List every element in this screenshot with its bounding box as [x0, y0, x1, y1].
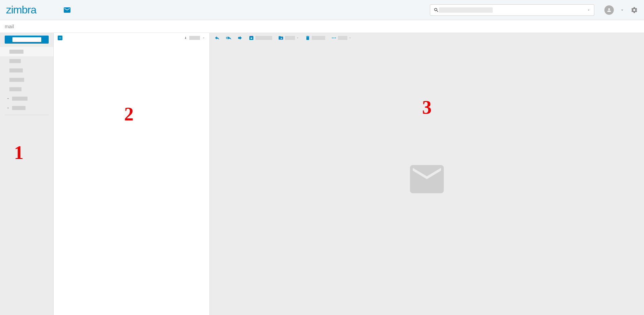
archive-icon: [249, 35, 254, 41]
svg-point-2: [335, 38, 336, 39]
move-label: [285, 36, 295, 40]
annotation-2: 2: [124, 103, 134, 125]
svg-point-0: [332, 38, 333, 39]
more-dots-icon: [331, 35, 337, 41]
user-dropdown-icon[interactable]: [620, 8, 625, 12]
sidebar-divider: [5, 115, 49, 115]
sort-arrow-icon: [184, 36, 187, 40]
folder-item-2[interactable]: [0, 66, 53, 75]
folder-label: [9, 68, 23, 72]
chevron-down-icon: [296, 37, 299, 39]
chevron-down-icon: [202, 36, 205, 40]
search-wrap: [430, 4, 638, 16]
select-all-checkbox[interactable]: −: [58, 36, 62, 40]
archive-label: [255, 36, 272, 40]
reply-icon: [214, 35, 220, 41]
forward-icon: [237, 35, 243, 41]
folder-item-5[interactable]: [0, 94, 53, 103]
sort-control[interactable]: [184, 36, 205, 40]
move-button[interactable]: [278, 35, 299, 41]
delete-label: [312, 36, 325, 40]
empty-state: 3: [210, 43, 644, 315]
archive-button[interactable]: [249, 35, 272, 41]
folder-label: [12, 97, 28, 101]
message-list-pane: − 2: [54, 33, 210, 315]
forward-button[interactable]: [237, 35, 243, 41]
trash-icon: [305, 35, 310, 41]
folder-item-0[interactable]: [0, 47, 53, 56]
breadcrumb: mail: [5, 23, 14, 29]
right-controls: [604, 5, 638, 15]
folder-label: [9, 78, 24, 82]
mail-icon[interactable]: [63, 6, 71, 14]
svg-point-1: [334, 38, 335, 39]
more-button[interactable]: [331, 35, 351, 41]
list-header: −: [54, 33, 209, 43]
sidebar: 1: [0, 33, 54, 315]
settings-gear-icon[interactable]: [631, 6, 638, 14]
folder-label: [9, 50, 23, 54]
folder-item-1[interactable]: [0, 56, 53, 66]
top-bar: zimbra: [0, 0, 644, 20]
compose-button[interactable]: [5, 36, 49, 44]
compose-label: [12, 37, 41, 42]
reading-pane: 3: [210, 33, 644, 315]
user-avatar[interactable]: [604, 5, 614, 15]
folder-item-3[interactable]: [0, 75, 53, 85]
sort-label: [189, 36, 200, 40]
folder-label: [12, 106, 26, 110]
reply-all-button[interactable]: [226, 35, 231, 41]
empty-envelope-icon: [409, 165, 445, 193]
breadcrumb-bar: mail: [0, 20, 644, 33]
annotation-3: 3: [422, 97, 432, 118]
delete-button[interactable]: [305, 35, 325, 41]
message-toolbar: [210, 33, 644, 43]
folder-label: [9, 87, 21, 91]
person-icon: [606, 7, 612, 13]
chevron-down-icon: [6, 106, 10, 110]
reply-button[interactable]: [214, 35, 220, 41]
move-folder-icon: [278, 35, 284, 41]
reply-all-icon: [226, 35, 231, 41]
folder-label: [9, 59, 21, 63]
app-logo[interactable]: zimbra: [6, 4, 36, 16]
search-dropdown-icon[interactable]: [587, 8, 591, 12]
main-area: 1 − 2: [0, 33, 644, 315]
folder-item-6[interactable]: [0, 103, 53, 113]
chevron-down-icon: [349, 37, 351, 39]
folder-item-4[interactable]: [0, 85, 53, 94]
more-label: [338, 36, 347, 40]
chevron-down-icon: [6, 97, 10, 101]
search-box[interactable]: [430, 4, 594, 16]
